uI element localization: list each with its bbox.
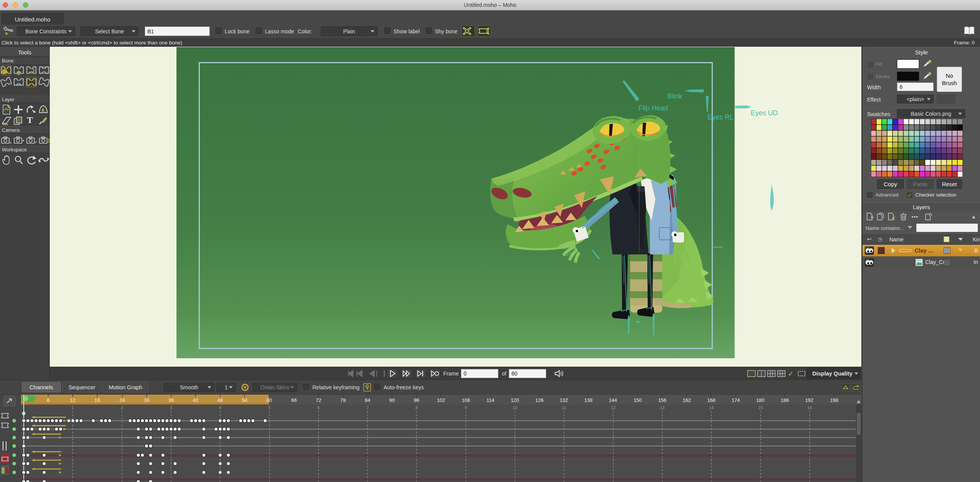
svg-text:Flip Head: Flip Head xyxy=(639,104,668,112)
svg-text:18: 18 xyxy=(95,397,100,403)
svg-text:Eyes RL: Eyes RL xyxy=(707,113,733,121)
svg-text:198: 198 xyxy=(830,397,838,403)
svg-text:90: 90 xyxy=(389,397,395,403)
svg-text:14: 14 xyxy=(709,405,714,410)
svg-text:1: 1 xyxy=(72,405,74,410)
svg-text:6: 6 xyxy=(47,397,49,403)
svg-text:54: 54 xyxy=(242,397,247,403)
svg-text:24: 24 xyxy=(119,397,125,403)
svg-text:30: 30 xyxy=(144,397,149,403)
svg-text:72: 72 xyxy=(316,397,321,403)
svg-text:48: 48 xyxy=(217,397,223,403)
svg-text:96: 96 xyxy=(414,397,419,403)
svg-text:8: 8 xyxy=(415,405,418,410)
svg-text:84: 84 xyxy=(365,397,370,403)
svg-text:66: 66 xyxy=(291,397,297,403)
svg-text:42: 42 xyxy=(193,397,198,403)
svg-text:138: 138 xyxy=(584,397,593,403)
svg-text:156: 156 xyxy=(658,397,666,403)
svg-text:36: 36 xyxy=(168,397,174,403)
svg-text:102: 102 xyxy=(437,397,445,403)
svg-text:132: 132 xyxy=(560,397,568,403)
svg-text:6: 6 xyxy=(317,405,320,410)
svg-text:Eyes UD: Eyes UD xyxy=(751,109,778,117)
svg-text:2: 2 xyxy=(121,405,123,410)
svg-text:162: 162 xyxy=(683,397,691,403)
svg-text:7: 7 xyxy=(366,405,369,410)
svg-text:Blink: Blink xyxy=(667,92,683,100)
svg-text:180: 180 xyxy=(756,397,764,403)
svg-text:9: 9 xyxy=(465,405,467,410)
svg-text:186: 186 xyxy=(781,397,789,403)
svg-text:144: 144 xyxy=(609,397,617,403)
svg-text:78: 78 xyxy=(340,397,346,403)
svg-text:10: 10 xyxy=(513,405,517,410)
svg-text:4: 4 xyxy=(219,405,221,410)
svg-text:15: 15 xyxy=(758,405,763,410)
svg-text:120: 120 xyxy=(511,397,519,403)
svg-text:108: 108 xyxy=(462,397,470,403)
svg-text:60: 60 xyxy=(266,397,272,403)
svg-text:12: 12 xyxy=(611,405,616,410)
svg-text:192: 192 xyxy=(805,397,813,403)
svg-text:174: 174 xyxy=(732,397,740,403)
svg-text:16: 16 xyxy=(807,405,812,410)
svg-text:12: 12 xyxy=(70,397,75,403)
svg-text:168: 168 xyxy=(707,397,715,403)
svg-text:13: 13 xyxy=(660,405,665,410)
svg-text:3: 3 xyxy=(170,405,172,410)
svg-text:5: 5 xyxy=(268,405,271,410)
svg-text:11: 11 xyxy=(562,405,566,410)
svg-text:150: 150 xyxy=(634,397,642,403)
svg-text:126: 126 xyxy=(535,397,544,403)
svg-text:114: 114 xyxy=(487,397,495,403)
